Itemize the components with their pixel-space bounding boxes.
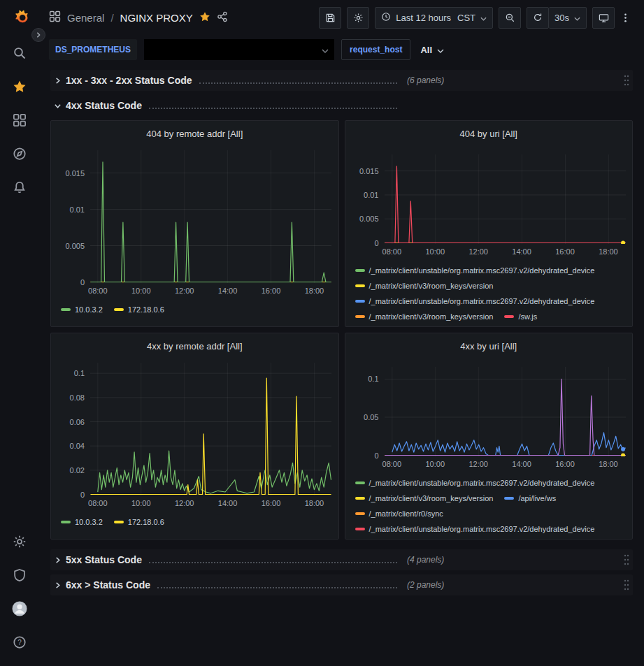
row-title: 4xx Status Code bbox=[66, 100, 142, 111]
drag-handle-icon[interactable] bbox=[623, 74, 630, 87]
drag-handle-icon[interactable] bbox=[623, 553, 630, 566]
legend-item[interactable]: 172.18.0.6 bbox=[114, 518, 164, 526]
legend-item[interactable]: /_matrix/client/r0/sync bbox=[355, 509, 443, 518]
variables-bar: DS_PROMETHEUS request_host All bbox=[39, 35, 644, 64]
share-icon[interactable] bbox=[217, 11, 228, 24]
sidebar-expand-button[interactable] bbox=[31, 28, 45, 42]
chart-plot[interactable] bbox=[90, 363, 331, 495]
panel-title[interactable]: 404 by remote addr [All] bbox=[58, 126, 331, 142]
row-title: 1xx - 3xx - 2xx Status Code bbox=[66, 75, 192, 86]
x-tick-label: 10:00 bbox=[421, 460, 449, 468]
variable-ds-prometheus-label[interactable]: DS_PROMETHEUS bbox=[49, 39, 137, 60]
legend-series-color bbox=[114, 308, 124, 311]
drag-handle-icon[interactable] bbox=[623, 579, 630, 591]
dashboard-row-5xx[interactable]: 5xx Status Code (4 panels) bbox=[50, 549, 633, 570]
legend-item[interactable]: /api/live/ws bbox=[504, 494, 556, 502]
y-axis: 00.020.040.060.080.1 bbox=[58, 363, 86, 495]
legend-item[interactable]: /_matrix/client/unstable/org.matrix.msc2… bbox=[355, 479, 595, 487]
legend-item[interactable]: /_matrix/client/v3/room_keys/version bbox=[355, 312, 494, 321]
time-range-picker[interactable]: Last 12 hours CST bbox=[375, 7, 493, 29]
user-avatar[interactable] bbox=[6, 592, 34, 625]
x-axis: 08:0010:0012:0014:0016:0018:00 bbox=[385, 244, 626, 258]
refresh-interval-dropdown[interactable]: 30s bbox=[549, 7, 587, 29]
dashboards-icon[interactable] bbox=[6, 103, 34, 137]
refresh-button[interactable] bbox=[527, 7, 549, 29]
kebab-menu-button[interactable] bbox=[620, 7, 634, 29]
breadcrumb-title[interactable]: NGINX PROXY bbox=[120, 12, 193, 24]
zoom-out-button[interactable] bbox=[499, 7, 521, 29]
search-icon[interactable] bbox=[6, 36, 34, 70]
legend-item[interactable]: /_matrix/client/v3/room_keys/version bbox=[355, 494, 494, 502]
row-title: 5xx Status Code bbox=[66, 554, 142, 565]
y-tick-label: 0.1 bbox=[368, 375, 378, 383]
x-tick-label: 12:00 bbox=[464, 247, 492, 256]
dashboard-settings-button[interactable] bbox=[347, 7, 369, 29]
save-dashboard-button[interactable] bbox=[319, 7, 341, 29]
breadcrumb-section[interactable]: General bbox=[67, 12, 104, 24]
x-tick-label: 16:00 bbox=[551, 460, 579, 468]
row-panel-count: (4 panels) bbox=[407, 555, 444, 565]
dashboard-row-6xx[interactable]: 6xx > Status Code (2 panels) bbox=[50, 574, 633, 595]
help-icon[interactable]: ? bbox=[6, 625, 34, 659]
x-axis: 08:0010:0012:0014:0016:0018:00 bbox=[90, 495, 331, 509]
settings-gear-icon[interactable] bbox=[6, 525, 34, 558]
favorite-star-icon[interactable] bbox=[199, 11, 210, 24]
legend-series-color bbox=[355, 482, 365, 484]
panel-404-by-uri: 404 by uri [All] 00.0050.010.015 08:0010… bbox=[345, 120, 634, 327]
chart-plot[interactable] bbox=[385, 154, 626, 244]
legend-item[interactable]: /_matrix/client/unstable/org.matrix.msc2… bbox=[355, 525, 595, 533]
panel-title[interactable]: 404 by uri [All] bbox=[352, 126, 626, 142]
tv-mode-button[interactable] bbox=[592, 7, 615, 29]
grafana-logo[interactable] bbox=[8, 7, 31, 29]
legend: 10.0.3.2172.18.0.6 bbox=[61, 518, 334, 526]
legend-series-color bbox=[504, 315, 514, 318]
legend-item[interactable]: 10.0.3.2 bbox=[61, 305, 103, 314]
dashboard-row-4xx[interactable]: 4xx Status Code bbox=[50, 95, 633, 116]
y-tick-label: 0.02 bbox=[70, 466, 85, 475]
legend-series-label: /_matrix/client/r0/sync bbox=[369, 509, 443, 518]
alerting-bell-icon[interactable] bbox=[6, 171, 34, 204]
legend-series-label: /_matrix/client/unstable/org.matrix.msc2… bbox=[369, 266, 595, 275]
chevron-right-icon bbox=[50, 556, 64, 564]
legend-item[interactable]: /_matrix/client/v3/room_keys/version bbox=[355, 282, 494, 290]
x-tick-label: 10:00 bbox=[127, 287, 155, 295]
explore-compass-icon[interactable] bbox=[6, 137, 34, 171]
panel-title[interactable]: 4xx by remote addr [All] bbox=[58, 339, 331, 354]
x-axis: 08:0010:0012:0014:0016:0018:00 bbox=[385, 456, 626, 470]
variable-request-host-value[interactable]: All bbox=[417, 45, 447, 55]
dashboard-body: 1xx - 3xx - 2xx Status Code (6 panels) 4… bbox=[39, 64, 644, 666]
x-tick-label: 16:00 bbox=[257, 499, 285, 507]
legend-item[interactable]: /_matrix/client/unstable/org.matrix.msc2… bbox=[355, 297, 595, 305]
legend-item[interactable]: /sw.js bbox=[504, 312, 537, 321]
row-dots bbox=[199, 82, 397, 84]
apps-icon bbox=[49, 10, 61, 24]
legend-item[interactable]: /_matrix/client/unstable/org.matrix.msc2… bbox=[355, 266, 595, 275]
starred-icon[interactable] bbox=[6, 70, 34, 103]
legend-item[interactable]: 10.0.3.2 bbox=[61, 518, 103, 526]
y-tick-label: 0.015 bbox=[359, 167, 379, 175]
chevron-down-icon bbox=[322, 43, 329, 56]
legend-series-color bbox=[504, 497, 514, 500]
legend-series-color bbox=[61, 521, 71, 523]
dashboard-row-1xx-3xx-2xx[interactable]: 1xx - 3xx - 2xx Status Code (6 panels) bbox=[50, 70, 633, 91]
y-tick-label: 0.01 bbox=[364, 191, 378, 199]
y-tick-label: 0 bbox=[80, 278, 85, 287]
panel-title[interactable]: 4xx by uri [All] bbox=[352, 339, 626, 354]
chevron-down-icon bbox=[50, 102, 64, 110]
variable-ds-prometheus-value[interactable] bbox=[144, 39, 334, 60]
legend-series-color bbox=[355, 300, 365, 303]
legend-series-label: 172.18.0.6 bbox=[128, 305, 164, 314]
chart-plot[interactable] bbox=[385, 367, 626, 456]
legend-series-label: /api/live/ws bbox=[518, 494, 556, 502]
x-tick-label: 08:00 bbox=[84, 499, 112, 507]
x-tick-label: 18:00 bbox=[594, 247, 622, 256]
y-tick-label: 0.08 bbox=[70, 393, 85, 402]
chart-plot[interactable] bbox=[90, 150, 331, 283]
refresh-interval-label: 30s bbox=[554, 13, 569, 23]
legend-item[interactable]: 172.18.0.6 bbox=[114, 305, 164, 314]
variable-request-host-label[interactable]: request_host bbox=[341, 39, 410, 60]
x-tick-label: 14:00 bbox=[214, 287, 242, 295]
legend-series-label: /sw.js bbox=[518, 312, 537, 321]
x-tick-label: 08:00 bbox=[378, 247, 406, 256]
server-admin-shield-icon[interactable] bbox=[6, 558, 34, 592]
